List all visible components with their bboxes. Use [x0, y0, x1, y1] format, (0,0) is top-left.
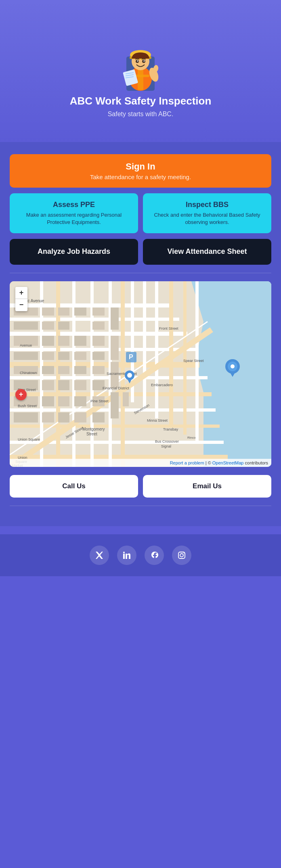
svg-rect-84: [42, 412, 54, 422]
inspect-bbs-title: Inspect BBS: [186, 201, 229, 209]
svg-rect-65: [92, 352, 105, 360]
svg-rect-66: [111, 336, 119, 360]
divider-2: [10, 506, 271, 506]
svg-rect-52: [42, 322, 54, 330]
map-attribution: Report a problem | © OpenStreetMap contr…: [10, 459, 271, 467]
svg-rect-34: [155, 281, 158, 418]
analyze-hazards-title: Analyze Job Hazards: [38, 247, 110, 256]
footer: [0, 534, 281, 576]
svg-marker-122: [127, 379, 132, 383]
inspect-bbs-subtitle: Check and enter the Behavioral Based Saf…: [149, 211, 266, 226]
svg-rect-51: [14, 322, 38, 330]
svg-rect-85: [58, 412, 69, 422]
twitter-button[interactable]: [90, 546, 109, 565]
svg-text:Front Street: Front Street: [159, 326, 178, 330]
svg-rect-70: [74, 366, 86, 374]
svg-point-118: [231, 364, 235, 368]
bottom-action-grid: Analyze Job Hazards View Attendance Shee…: [10, 239, 271, 264]
svg-rect-79: [42, 396, 54, 406]
svg-text:Transbay: Transbay: [163, 427, 178, 431]
svg-text:Avenue: Avenue: [20, 343, 32, 347]
attribution-text: contributors: [245, 460, 268, 465]
svg-point-127: [184, 552, 185, 553]
svg-text:Bush Street: Bush Street: [18, 404, 37, 408]
svg-text:Rinco: Rinco: [187, 436, 196, 439]
call-us-button[interactable]: Call Us: [10, 475, 138, 498]
map-zoom-out-button[interactable]: −: [15, 299, 27, 311]
map-pin-main: [125, 370, 134, 383]
svg-rect-123: [123, 554, 125, 559]
report-problem-link[interactable]: Report a problem: [170, 460, 204, 465]
svg-rect-61: [14, 352, 38, 360]
svg-rect-23: [10, 332, 187, 336]
openstreetmap-link[interactable]: OpenStreetMap: [212, 460, 244, 465]
svg-rect-88: [111, 392, 119, 418]
svg-rect-58: [58, 336, 69, 346]
svg-point-11: [144, 61, 145, 62]
svg-text:Bus Crossover: Bus Crossover: [155, 439, 179, 443]
map-add-button[interactable]: +: [15, 389, 27, 400]
svg-rect-22: [10, 318, 179, 321]
svg-point-124: [123, 552, 125, 553]
divider-1: [10, 273, 271, 273]
svg-point-121: [127, 373, 132, 378]
svg-marker-119: [229, 371, 236, 377]
svg-rect-53: [58, 322, 69, 330]
linkedin-button[interactable]: [117, 546, 136, 565]
svg-point-10: [137, 61, 138, 62]
email-us-button[interactable]: Email Us: [143, 475, 271, 498]
facebook-button[interactable]: [145, 546, 164, 565]
view-attendance-button[interactable]: View Attendance Sheet: [143, 239, 271, 264]
svg-rect-63: [58, 352, 69, 360]
svg-text:Financial District: Financial District: [103, 386, 130, 390]
svg-text:Pine Street: Pine Street: [90, 399, 109, 403]
svg-rect-86: [74, 412, 86, 422]
attribution-separator: | ©: [206, 460, 212, 465]
top-action-grid: Assess PPE Make an assessment regarding …: [10, 193, 271, 233]
svg-text:Minna Street: Minna Street: [147, 418, 168, 422]
map-zoom-in-button[interactable]: +: [15, 287, 27, 299]
svg-rect-68: [42, 366, 54, 374]
svg-rect-54: [92, 322, 105, 330]
map-background: P Pacific Avenue Avenue Chinatown Sacram…: [10, 281, 271, 467]
svg-rect-74: [58, 380, 69, 390]
svg-rect-69: [58, 366, 69, 374]
svg-text:Spear Street: Spear Street: [183, 359, 204, 363]
mascot: [114, 32, 167, 95]
sign-in-title: Sign In: [126, 161, 155, 172]
svg-rect-83: [14, 412, 38, 422]
svg-rect-80: [58, 396, 69, 406]
svg-text:Union Square: Union Square: [18, 437, 40, 441]
svg-rect-2: [138, 68, 143, 90]
svg-rect-33: [143, 281, 146, 410]
svg-text:Signal: Signal: [161, 444, 171, 448]
svg-text:P: P: [129, 353, 133, 360]
svg-rect-36: [183, 281, 187, 435]
inspect-bbs-button[interactable]: Inspect BBS Check and enter the Behavior…: [143, 193, 271, 233]
map-zoom-controls: + −: [15, 287, 27, 311]
map-container: P Pacific Avenue Avenue Chinatown Sacram…: [10, 281, 271, 467]
svg-rect-64: [74, 352, 86, 360]
svg-rect-71: [92, 366, 105, 374]
assess-ppe-button[interactable]: Assess PPE Make an assessment regarding …: [10, 193, 138, 233]
svg-point-126: [180, 554, 183, 557]
assess-ppe-title: Assess PPE: [53, 201, 95, 209]
svg-text:Montgomery: Montgomery: [82, 427, 105, 431]
svg-text:Embarcadero: Embarcadero: [151, 383, 173, 387]
svg-rect-75: [74, 380, 86, 390]
app-subtitle: Safety starts with ABC.: [108, 111, 174, 118]
svg-text:Street: Street: [86, 432, 97, 436]
map-pin-secondary: [225, 359, 240, 377]
analyze-hazards-button[interactable]: Analyze Job Hazards: [10, 239, 138, 264]
view-attendance-title: View Attendance Sheet: [167, 247, 247, 256]
svg-rect-50: [92, 307, 105, 316]
svg-rect-81: [74, 396, 86, 406]
contact-grid: Call Us Email Us: [10, 475, 271, 498]
sign-in-button[interactable]: Sign In Take attendance for a safety mee…: [10, 154, 271, 188]
app-title: ABC Work Safety Inspection: [70, 95, 212, 107]
assess-ppe-subtitle: Make an assessment regarding Personal Pr…: [15, 211, 132, 226]
svg-text:Chinatown: Chinatown: [20, 371, 37, 375]
svg-rect-89: [123, 392, 129, 406]
sign-in-subtitle: Take attendance for a safety meeting.: [90, 174, 191, 180]
instagram-button[interactable]: [172, 546, 191, 565]
